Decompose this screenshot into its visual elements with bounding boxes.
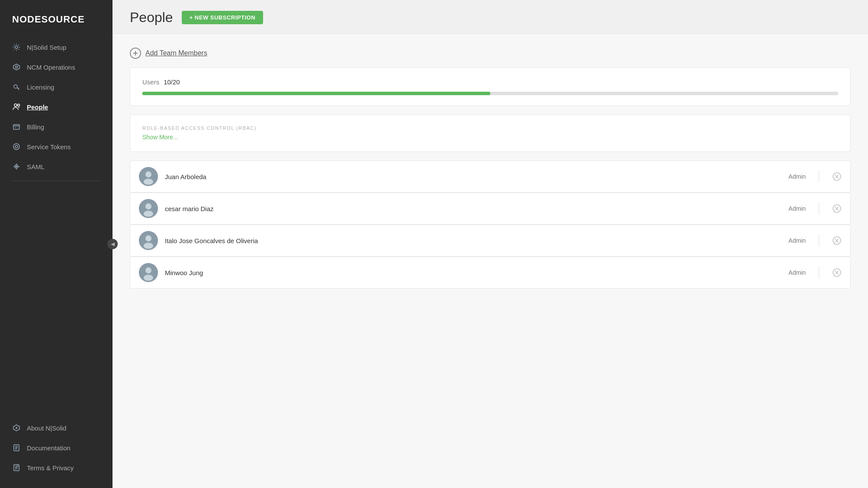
- info-icon: [12, 424, 21, 432]
- main-content-area: People + NEW SUBSCRIPTION Add Team Membe…: [113, 0, 868, 488]
- svg-point-25: [144, 211, 153, 217]
- token-icon: [12, 142, 21, 151]
- svg-point-10: [16, 166, 17, 167]
- people-icon: [12, 103, 21, 111]
- main-body: Add Team Members Users 10/20 ROLE-BASED …: [113, 34, 868, 302]
- remove-user-button[interactable]: [832, 172, 842, 181]
- user-role: Admin: [780, 269, 806, 276]
- svg-point-4: [14, 104, 17, 106]
- sidebar-item-about-nsolid[interactable]: About N|Solid: [0, 418, 113, 438]
- separator: [819, 202, 819, 215]
- svg-rect-6: [13, 125, 19, 129]
- billing-icon: [12, 122, 21, 131]
- sidebar-divider: [12, 181, 100, 181]
- table-row: Minwoo Jung Admin: [130, 257, 851, 289]
- svg-point-24: [145, 203, 151, 209]
- remove-user-button[interactable]: [832, 236, 842, 245]
- page-header: People + NEW SUBSCRIPTION: [113, 0, 868, 34]
- sidebar-label-billing: Billing: [27, 123, 44, 131]
- svg-point-19: [144, 179, 153, 185]
- sidebar: NODESOURCE N|Solid Setup NCM Operations: [0, 0, 113, 488]
- sidebar-label-about-nsolid: About N|Solid: [27, 424, 66, 432]
- sidebar-item-service-tokens[interactable]: Service Tokens: [0, 137, 113, 157]
- users-header: Users 10/20: [142, 78, 838, 86]
- separator: [819, 170, 819, 183]
- sidebar-item-billing[interactable]: Billing: [0, 117, 113, 137]
- svg-point-5: [18, 104, 20, 106]
- svg-point-7: [13, 144, 19, 150]
- user-name: Juan Arboleda: [165, 173, 773, 180]
- add-team-members-label: Add Team Members: [145, 49, 207, 57]
- table-row: Juan Arboleda Admin: [130, 161, 851, 193]
- sidebar-label-documentation: Documentation: [27, 444, 71, 452]
- rbac-card: ROLE-BASED ACCESS CONTROL (RBAC) Show Mo…: [130, 115, 851, 152]
- separator: [819, 234, 819, 247]
- remove-user-button[interactable]: [832, 204, 842, 213]
- svg-point-18: [145, 171, 151, 177]
- gear-icon: [12, 43, 21, 51]
- avatar: [139, 263, 158, 282]
- sidebar-item-documentation[interactable]: Documentation: [0, 438, 113, 458]
- sidebar-label-saml: SAML: [27, 163, 45, 170]
- svg-point-8: [15, 145, 18, 148]
- sidebar-item-nsolid-setup[interactable]: N|Solid Setup: [0, 37, 113, 57]
- sidebar-item-saml[interactable]: SAML: [0, 157, 113, 177]
- sidebar-nav: N|Solid Setup NCM Operations Licensing: [0, 37, 113, 418]
- progress-bar-background: [142, 92, 838, 95]
- avatar: [139, 231, 158, 250]
- terms-icon: [12, 463, 21, 472]
- separator: [819, 266, 819, 279]
- sidebar-label-terms-privacy: Terms & Privacy: [27, 464, 74, 472]
- app-logo: NODESOURCE: [0, 0, 113, 37]
- sidebar-bottom: About N|Solid Documentation Terms & Pri: [0, 418, 113, 488]
- sidebar-collapse-button[interactable]: ◀: [107, 239, 118, 249]
- users-label: Users: [142, 78, 159, 86]
- page-title: People: [130, 10, 173, 26]
- user-name: cesar mario Diaz: [165, 205, 773, 212]
- user-name: Minwoo Jung: [165, 269, 773, 276]
- user-name: Italo Jose Goncalves de Oliveria: [165, 237, 773, 244]
- svg-point-2: [16, 66, 18, 68]
- user-role: Admin: [780, 173, 806, 180]
- svg-point-37: [144, 275, 153, 281]
- svg-point-3: [14, 85, 17, 88]
- avatar: [139, 167, 158, 186]
- add-circle-icon: [130, 48, 141, 59]
- doc-icon: [12, 443, 21, 452]
- ncm-icon: [12, 63, 21, 71]
- svg-point-12: [16, 427, 17, 429]
- remove-user-button[interactable]: [832, 268, 842, 277]
- sidebar-label-licensing: Licensing: [27, 83, 54, 91]
- avatar: [139, 199, 158, 218]
- users-count: 10/20: [164, 78, 180, 86]
- users-card: Users 10/20: [130, 67, 851, 106]
- progress-bar-fill: [142, 92, 490, 95]
- svg-point-0: [15, 46, 18, 48]
- svg-point-31: [144, 243, 153, 249]
- user-role: Admin: [780, 237, 806, 244]
- table-row: cesar mario Diaz Admin: [130, 193, 851, 225]
- svg-point-30: [145, 235, 151, 241]
- rbac-show-more-link[interactable]: Show More...: [142, 134, 178, 141]
- sidebar-label-nsolid-setup: N|Solid Setup: [27, 44, 66, 51]
- sidebar-item-licensing[interactable]: Licensing: [0, 77, 113, 97]
- sidebar-item-terms-privacy[interactable]: Terms & Privacy: [0, 458, 113, 478]
- user-role: Admin: [780, 205, 806, 212]
- sidebar-label-people: People: [27, 103, 48, 111]
- svg-point-36: [145, 267, 151, 273]
- sidebar-item-people[interactable]: People: [0, 97, 113, 117]
- new-subscription-button[interactable]: + NEW SUBSCRIPTION: [182, 11, 263, 24]
- sidebar-label-service-tokens: Service Tokens: [27, 143, 71, 151]
- user-list: Juan Arboleda Admin: [130, 161, 851, 289]
- sidebar-item-ncm-operations[interactable]: NCM Operations: [0, 57, 113, 77]
- key-icon: [12, 83, 21, 91]
- table-row: Italo Jose Goncalves de Oliveria Admin: [130, 225, 851, 257]
- saml-icon: [12, 162, 21, 171]
- add-team-members-link[interactable]: Add Team Members: [130, 48, 851, 59]
- svg-marker-1: [13, 64, 19, 70]
- sidebar-label-ncm-operations: NCM Operations: [27, 64, 75, 71]
- rbac-label: ROLE-BASED ACCESS CONTROL (RBAC): [142, 125, 838, 131]
